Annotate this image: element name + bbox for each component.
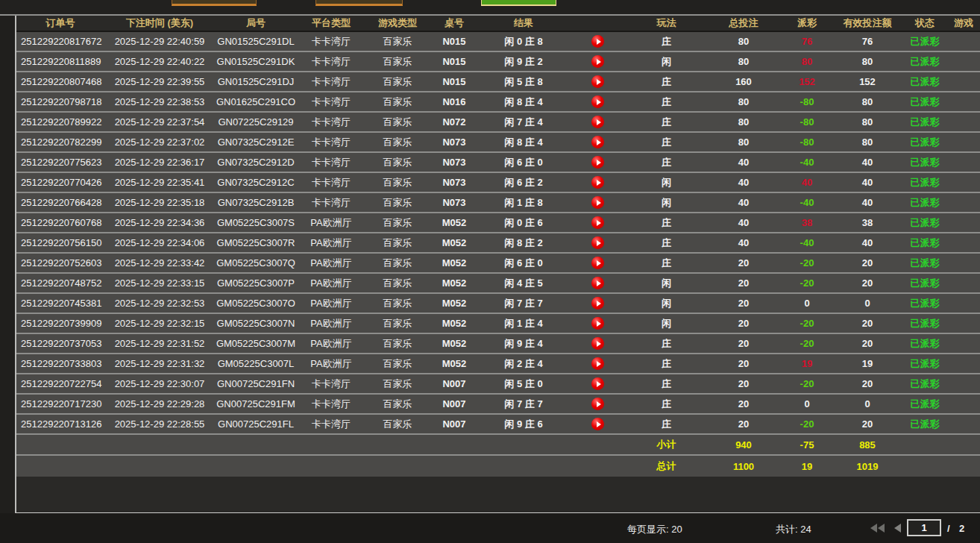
order-cell: 251229220756150 (16, 233, 104, 254)
play-cell (568, 294, 626, 314)
result-cell: 闲 5 庄 0 (479, 374, 568, 395)
play-video-icon[interactable] (591, 337, 604, 350)
result-cell: 闲 8 庄 4 (479, 92, 568, 113)
table-row: 251229220752603 2025-12-29 22:33:42 GM05… (16, 254, 980, 274)
payout-cell: -20 (781, 415, 833, 435)
total-bet-cell: 40 (706, 153, 781, 173)
payout-cell: -40 (781, 153, 833, 173)
play-video-icon[interactable] (591, 257, 604, 269)
play-cell (568, 213, 626, 233)
filter-button-1[interactable] (172, 0, 257, 6)
play-video-icon[interactable] (591, 136, 604, 148)
play-video-icon[interactable] (591, 75, 604, 88)
game-type-cell: 百家乐 (365, 92, 430, 113)
play-triangle-icon (597, 119, 601, 125)
play-video-icon[interactable] (591, 216, 604, 229)
play-video-icon[interactable] (591, 377, 604, 390)
time-cell: 2025-12-29 22:37:02 (104, 133, 215, 153)
game-cell (948, 92, 980, 113)
play-video-icon[interactable] (591, 236, 604, 249)
valid-bet-cell: 40 (833, 233, 902, 254)
play-video-icon[interactable] (591, 317, 604, 330)
table-no-cell: N016 (430, 92, 479, 113)
table-row: 251229220807468 2025-12-29 22:39:55 GN01… (16, 72, 980, 92)
round-cell: GM05225C3007R (215, 233, 297, 254)
valid-bet-cell: 76 (833, 32, 902, 52)
first-page-icon[interactable] (870, 524, 885, 535)
table-no-cell: M052 (430, 354, 479, 374)
play-video-icon[interactable] (591, 357, 604, 370)
subtotal-payout: -75 (781, 435, 833, 456)
order-cell: 251229220770426 (16, 173, 104, 193)
order-cell: 251229220766428 (16, 193, 104, 213)
round-cell: GM05225C3007P (215, 274, 297, 294)
filter-button-active[interactable] (481, 0, 556, 6)
play-video-icon[interactable] (591, 95, 604, 108)
play-cell (568, 233, 626, 254)
total-bet-cell: 80 (706, 113, 781, 133)
table-row: 251229220745381 2025-12-29 22:32:53 GM05… (16, 294, 980, 314)
time-cell: 2025-12-29 22:34:36 (104, 213, 215, 233)
play-cell (568, 113, 626, 133)
play-triangle-icon (597, 220, 601, 226)
play-type-cell: 庄 (626, 133, 706, 153)
play-cell (568, 314, 626, 334)
play-video-icon[interactable] (591, 297, 604, 310)
play-triangle-icon (597, 280, 601, 286)
game-type-cell: 百家乐 (365, 173, 430, 193)
time-cell: 2025-12-29 22:33:42 (104, 254, 215, 274)
play-cell (568, 72, 626, 92)
pagination-bar: 每页显示: 20 共计: 24 1 / 2 (0, 513, 980, 543)
payout-cell: 38 (781, 213, 833, 233)
payout-cell: -80 (781, 133, 833, 153)
total-bet-cell: 40 (706, 213, 781, 233)
play-video-icon[interactable] (591, 35, 604, 48)
order-cell: 251229220817672 (16, 32, 104, 52)
round-cell: GN07325C2912E (215, 133, 297, 153)
play-video-icon[interactable] (591, 418, 604, 430)
order-cell: 251229220782299 (16, 133, 104, 153)
header-row: 订单号 下注时间 (美东) 局号 平台类型 游戏类型 桌号 结果 玩法 总投注 … (16, 16, 980, 32)
prev-page-icon[interactable] (894, 524, 901, 535)
payout-cell: 76 (781, 32, 833, 52)
order-cell: 251229220733803 (16, 354, 104, 374)
table-row: 251229220770426 2025-12-29 22:35:41 GN07… (16, 173, 980, 193)
page-separator: / (947, 523, 950, 534)
valid-bet-cell: 40 (833, 193, 902, 213)
play-triangle-icon (597, 39, 601, 45)
payout-cell: -80 (781, 92, 833, 113)
total-payout: 19 (781, 456, 833, 477)
round-cell: GN00725C291FN (215, 374, 297, 395)
status-cell: 已派彩 (902, 314, 948, 334)
payout-cell: 0 (781, 395, 833, 415)
valid-bet-cell: 20 (833, 334, 902, 354)
round-cell: GM05225C3007N (215, 314, 297, 334)
current-page-input[interactable]: 1 (907, 519, 941, 536)
game-cell (948, 113, 980, 133)
play-cell (568, 254, 626, 274)
column-header-total-bet: 总投注 (706, 16, 781, 32)
table-row: 251229220733803 2025-12-29 22:31:32 GM05… (16, 354, 980, 374)
play-video-icon[interactable] (591, 398, 604, 410)
play-triangle-icon (597, 341, 601, 347)
time-cell: 2025-12-29 22:37:54 (104, 113, 215, 133)
play-video-icon[interactable] (591, 116, 604, 128)
status-cell: 已派彩 (902, 32, 948, 52)
game-cell (948, 32, 980, 52)
result-cell: 闲 0 庄 6 (479, 213, 568, 233)
time-cell: 2025-12-29 22:35:18 (104, 193, 215, 213)
time-cell: 2025-12-29 22:33:15 (104, 274, 215, 294)
play-video-icon[interactable] (591, 176, 604, 189)
table-no-cell: M052 (430, 334, 479, 354)
play-video-icon[interactable] (591, 196, 604, 209)
valid-bet-cell: 40 (833, 153, 902, 173)
play-triangle-icon (597, 59, 601, 65)
play-video-icon[interactable] (591, 156, 604, 169)
play-cell (568, 395, 626, 415)
result-cell: 闲 8 庄 2 (479, 233, 568, 254)
filter-button-2[interactable] (315, 0, 403, 6)
play-cell (568, 374, 626, 395)
play-video-icon[interactable] (591, 55, 604, 68)
play-video-icon[interactable] (591, 277, 604, 289)
status-cell: 已派彩 (902, 113, 948, 133)
